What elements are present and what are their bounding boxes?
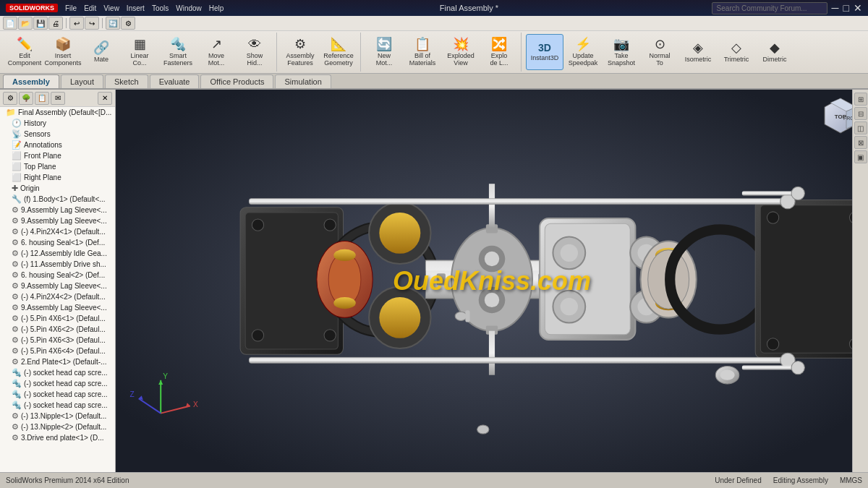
dimetric-btn[interactable]: ◆Dimetric: [756, 34, 793, 70]
bill-of-materials-btn[interactable]: 📋Bill ofMaterials: [404, 34, 441, 70]
move-component-btn[interactable]: ↗MoveMot...: [197, 34, 235, 70]
tree-item[interactable]: 📝Annotations: [0, 140, 115, 150]
take-snapshot-btn[interactable]: 📷TakeSnapshot: [603, 34, 640, 70]
panel-tab-gear[interactable]: ⚙: [3, 92, 17, 105]
tree-item[interactable]: 🕐History: [0, 118, 115, 129]
search-input[interactable]: [712, 2, 827, 14]
open-file-btn[interactable]: 📂: [18, 17, 33, 30]
svg-point-62: [455, 312, 467, 320]
close-btn[interactable]: ✕: [854, 2, 862, 14]
tree-item[interactable]: ⚙9.Assembly Lag Sleeve<...: [0, 281, 115, 291]
tree-item[interactable]: 📡Sensors: [0, 129, 115, 140]
tree-item[interactable]: ⚙(-) 13.Nipple<1> (Default...: [0, 411, 115, 421]
smart-fasteners-btn[interactable]: 🔩SmartFasteners: [159, 34, 197, 70]
tab-sketch[interactable]: Sketch: [105, 74, 148, 88]
panel-tab-display[interactable]: ✉: [51, 92, 65, 105]
explode-line-btn[interactable]: 🔀Explode L...: [480, 34, 518, 70]
titlebar-help-btn[interactable]: Help: [206, 1, 227, 14]
tree-item[interactable]: 📁Final Assembly (Default<[D...: [0, 107, 115, 118]
svg-rect-53: [249, 357, 793, 363]
tree-item[interactable]: 🔩(-) socket head cap scre...: [0, 367, 115, 378]
tree-item[interactable]: 🔩(-) socket head cap scre...: [0, 400, 115, 411]
feature-tree: 📁Final Assembly (Default<[D...🕐History📡S…: [0, 107, 115, 472]
new-file-btn[interactable]: 📄: [3, 17, 17, 30]
tree-item[interactable]: ⚙6. housing Seal<1> (Def...: [0, 237, 115, 248]
tree-item[interactable]: ⚙(-) 11.Assembly Drive sh...: [0, 259, 115, 270]
tree-item[interactable]: ⬜Front Plane: [0, 150, 115, 161]
tree-item[interactable]: ⚙6. housing Seal<2> (Def...: [0, 270, 115, 281]
tree-item-label: 9.Assembly Lag Sleeve<...: [21, 217, 107, 225]
reference-geometry-btn[interactable]: 📐ReferenceGeometry: [320, 34, 357, 70]
tree-item[interactable]: ⬜Top Plane: [0, 161, 115, 172]
tab-assembly[interactable]: Assembly: [3, 74, 59, 88]
print-btn[interactable]: 🖨: [48, 17, 63, 30]
tree-item[interactable]: ✚Origin: [0, 183, 115, 194]
tree-item[interactable]: ⚙(-) 5.Pin 4X6<3> (Defaul...: [0, 335, 115, 346]
assembly-features-btn[interactable]: ⚙AssemblyFeatures: [281, 34, 319, 70]
tab-evaluate[interactable]: Evaluate: [150, 74, 200, 88]
insert-components-btn[interactable]: 📦InsertComponents: [44, 34, 82, 70]
tree-item[interactable]: ⚙(-) 5.Pin 4X6<2> (Defaul...: [0, 324, 115, 335]
tree-item-label: (-) socket head cap scre...: [24, 380, 108, 388]
undo-btn[interactable]: ↩: [69, 17, 84, 30]
tab-office-products[interactable]: Office Products: [200, 74, 273, 88]
tree-item[interactable]: ⚙(-) 12.Assembly Idle Gea...: [0, 248, 115, 259]
tree-item[interactable]: ⚙(-) 5.Pin 4X6<4> (Defaul...: [0, 346, 115, 356]
viewport[interactable]: 🔍 🔍 ⬛ ✥ ⟳ ◈ ⬡ 👁: [116, 90, 868, 472]
svg-point-49: [767, 338, 778, 350]
tree-item-icon: ⚙: [12, 281, 19, 291]
maximize-btn[interactable]: □: [843, 2, 849, 14]
rebuild-btn[interactable]: 🔄: [106, 17, 120, 30]
update-speedpak-btn[interactable]: ⚡UpdateSpeedpak: [564, 34, 602, 70]
show-hide-btn[interactable]: 👁ShowHid...: [236, 34, 273, 70]
linear-component-btn[interactable]: ▦LinearCo...: [121, 34, 158, 70]
exploded-view-btn[interactable]: 💥ExplodedView: [442, 34, 480, 70]
mate-btn[interactable]: 🔗Mate: [82, 34, 120, 70]
rp-btn-3[interactable]: ◫: [854, 121, 867, 134]
tree-item[interactable]: ⚙9.Assembly Lag Sleeve<...: [0, 215, 115, 226]
tree-item[interactable]: 🔩(-) socket head cap scre...: [0, 378, 115, 389]
tree-item-icon: ⚙: [12, 238, 19, 247]
titlebar-window-btn[interactable]: Window: [173, 1, 205, 14]
tree-item[interactable]: ⚙2.End Plate<1> (Default-...: [0, 356, 115, 367]
tab-layout[interactable]: Layout: [61, 74, 103, 88]
tree-item[interactable]: ⚙(-) 5.Pin 4X6<1> (Defaul...: [0, 313, 115, 324]
tree-item[interactable]: ⚙(-) 4.Pin2X4<1> (Default...: [0, 226, 115, 237]
status-editing: Editing Assembly: [773, 476, 828, 484]
tree-item-label: Top Plane: [24, 163, 56, 171]
normal-to-btn[interactable]: ⊙NormalTo: [641, 34, 678, 70]
save-btn[interactable]: 💾: [33, 17, 48, 30]
rp-btn-2[interactable]: ⊟: [854, 107, 867, 120]
tree-item-label: Annotations: [24, 141, 62, 149]
tree-item[interactable]: ⚙(-) 13.Nipple<2> (Default...: [0, 421, 115, 432]
tree-item[interactable]: ⚙9.Assembly Lag Sleeve<...: [0, 302, 115, 313]
titlebar-view-btn[interactable]: View: [101, 1, 122, 14]
instant3d-btn[interactable]: 3DInstant3D: [526, 34, 563, 70]
tree-item[interactable]: 🔧(f) 1.Body<1> (Default<...: [0, 194, 115, 205]
tree-item[interactable]: ⚙9.Assembly Lag Sleeve<...: [0, 205, 115, 215]
tree-item[interactable]: ⚙3.Drive end plate<1> (D...: [0, 432, 115, 443]
panel-tab-tree[interactable]: 🌳: [19, 92, 33, 105]
edit-component-btn[interactable]: ✏️EditComponent: [6, 34, 43, 70]
trimetric-btn[interactable]: ◇Trimetric: [718, 34, 755, 70]
redo-btn[interactable]: ↪: [85, 17, 99, 30]
titlebar-insert-btn[interactable]: Insert: [124, 1, 148, 14]
titlebar-edit-btn[interactable]: Edit: [81, 1, 99, 14]
rp-btn-4[interactable]: ⊠: [854, 136, 867, 149]
isometric-btn[interactable]: ◈Isometric: [679, 34, 717, 70]
rp-btn-5[interactable]: ▣: [854, 150, 867, 163]
status-edition: SolidWorks Premium 2014 x64 Edition: [6, 476, 703, 484]
titlebar-tools-btn[interactable]: Tools: [149, 1, 171, 14]
new-motion-btn[interactable]: 🔄NewMot...: [365, 34, 403, 70]
titlebar-file-btn[interactable]: File: [62, 1, 80, 14]
tab-simulation[interactable]: Simulation: [275, 74, 331, 88]
rp-btn-1[interactable]: ⊞: [854, 93, 867, 106]
tree-item[interactable]: ⬜Right Plane: [0, 172, 115, 183]
tree-item[interactable]: 🔩(-) socket head cap scre...: [0, 389, 115, 400]
tree-item[interactable]: ⚙(-) 4.Pin2X4<2> (Default...: [0, 291, 115, 302]
tree-item-icon: ⚙: [12, 216, 19, 226]
panel-close-btn[interactable]: ✕: [98, 92, 112, 105]
panel-tab-list[interactable]: 📋: [35, 92, 49, 105]
minimize-btn[interactable]: ─: [832, 2, 839, 14]
options-btn[interactable]: ⚙: [121, 17, 135, 30]
